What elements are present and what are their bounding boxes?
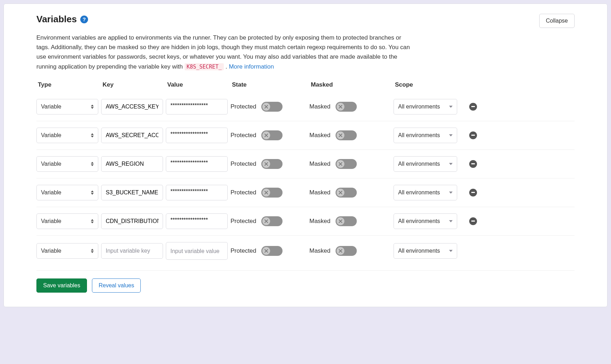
x-icon (262, 189, 270, 196)
masked-toggle[interactable] (336, 216, 357, 226)
protected-toggle[interactable] (261, 246, 283, 256)
key-input[interactable] (106, 248, 158, 254)
x-icon (262, 160, 270, 168)
remove-row-button[interactable] (469, 131, 477, 139)
type-select-value: Variable (41, 218, 62, 224)
type-select-value: Variable (41, 248, 62, 254)
value-input[interactable] (170, 245, 223, 258)
protected-toggle[interactable] (261, 216, 283, 226)
masked-toggle[interactable] (336, 159, 357, 169)
type-select-value: Variable (41, 161, 62, 167)
protected-label: Protected (231, 247, 256, 254)
scope-cell: All environments (394, 99, 464, 115)
value-input-wrap: ***************** (166, 213, 228, 229)
masked-label: Masked (309, 247, 331, 254)
x-icon (337, 189, 344, 196)
scope-select[interactable]: All environments (394, 128, 457, 143)
col-state: State (231, 81, 307, 88)
type-select[interactable]: Variable (36, 156, 98, 172)
select-sort-icon (91, 105, 94, 109)
title-wrap: Variables ? (36, 14, 88, 25)
reveal-values-button[interactable]: Reveal values (92, 278, 141, 293)
value-input[interactable]: ***************** (170, 213, 223, 229)
scope-cell: All environments (394, 185, 464, 200)
scope-select-value: All environments (398, 248, 440, 254)
more-information-link[interactable]: More information (229, 63, 274, 70)
table-row: Variable ***************** Protected Mas… (36, 121, 575, 149)
chevron-down-icon (449, 220, 453, 222)
scope-cell: All environments (394, 243, 464, 259)
type-select[interactable]: Variable (36, 128, 98, 143)
scope-select[interactable]: All environments (394, 243, 457, 259)
masked-label: Masked (309, 132, 331, 139)
type-select[interactable]: Variable (36, 185, 98, 200)
type-select[interactable]: Variable (36, 99, 98, 115)
x-icon (262, 103, 270, 111)
remove-row-button[interactable] (469, 189, 477, 196)
value-input-wrap (166, 242, 228, 260)
help-icon[interactable]: ? (80, 16, 88, 23)
x-icon (337, 160, 344, 168)
save-variables-button[interactable]: Save variables (36, 278, 87, 293)
key-input[interactable] (106, 161, 158, 167)
table-row: Variable ***************** Protected Mas… (36, 149, 575, 178)
key-input[interactable] (106, 189, 158, 196)
select-sort-icon (91, 133, 94, 137)
masked-toggle[interactable] (336, 246, 357, 256)
scope-select[interactable]: All environments (394, 99, 457, 115)
protected-label: Protected (231, 103, 256, 110)
scope-cell: All environments (394, 128, 464, 143)
key-input[interactable] (106, 132, 158, 139)
scope-select[interactable]: All environments (394, 213, 457, 229)
masked-toggle[interactable] (336, 130, 357, 140)
value-input[interactable]: ***************** (170, 156, 223, 172)
minus-icon (471, 163, 475, 164)
scope-cell: All environments (394, 156, 464, 172)
key-input[interactable] (106, 218, 158, 224)
key-input[interactable] (106, 104, 158, 110)
key-input-wrap (101, 185, 163, 200)
page-title: Variables (36, 14, 77, 25)
masked-cell: Masked (309, 102, 391, 112)
value-input[interactable]: ***************** (170, 185, 223, 200)
chevron-down-icon (449, 134, 453, 136)
x-icon (262, 247, 270, 255)
x-icon (337, 131, 344, 139)
value-input[interactable]: ***************** (170, 99, 223, 115)
type-select[interactable]: Variable (36, 213, 98, 229)
scope-select-value: All environments (398, 189, 440, 196)
protected-toggle[interactable] (261, 130, 283, 140)
masked-toggle[interactable] (336, 102, 357, 112)
remove-cell (467, 189, 481, 196)
remove-row-button[interactable] (469, 217, 477, 225)
x-icon (337, 103, 344, 111)
select-sort-icon (91, 190, 94, 195)
select-sort-icon (91, 249, 94, 253)
masked-label: Masked (309, 160, 331, 168)
scope-select[interactable]: All environments (394, 185, 457, 200)
col-value: Value (166, 81, 228, 88)
x-icon (337, 247, 344, 255)
variables-table: Type Key Value State Masked Scope Variab… (36, 81, 575, 266)
scope-select[interactable]: All environments (394, 156, 457, 172)
select-sort-icon (91, 162, 94, 166)
protected-toggle[interactable] (261, 102, 283, 112)
remove-cell (467, 247, 481, 255)
scope-cell: All environments (394, 213, 464, 229)
value-input-wrap: ***************** (166, 128, 228, 143)
minus-icon (471, 106, 475, 107)
remove-row-button[interactable] (469, 160, 477, 168)
protected-toggle[interactable] (261, 188, 283, 198)
key-input-wrap (101, 156, 163, 172)
collapse-button[interactable]: Collapse (539, 14, 575, 28)
value-input[interactable]: ***************** (170, 128, 223, 143)
protected-cell: Protected (231, 216, 307, 226)
protected-cell: Protected (231, 130, 307, 140)
table-row: Variable ***************** Protected Mas… (36, 178, 575, 207)
type-select[interactable]: Variable (36, 243, 98, 259)
protected-toggle[interactable] (261, 159, 283, 169)
remove-row-button[interactable] (469, 103, 477, 111)
masked-label: Masked (309, 189, 331, 196)
masked-toggle[interactable] (336, 188, 357, 198)
chevron-down-icon (449, 250, 453, 252)
